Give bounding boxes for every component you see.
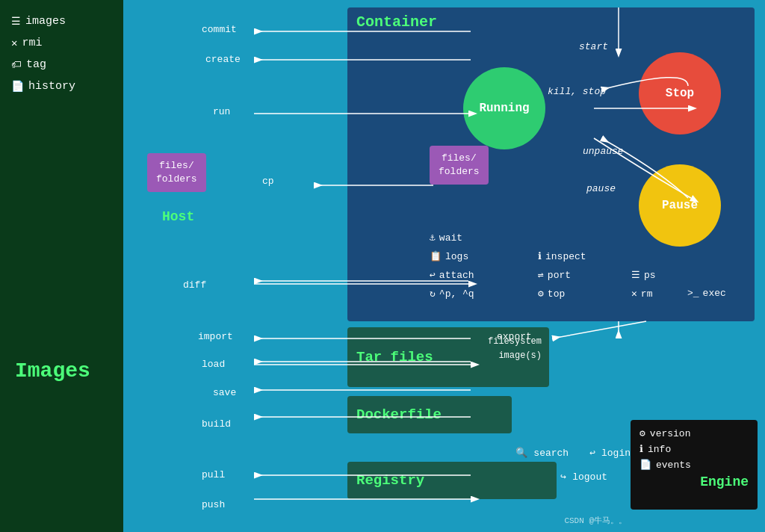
pull-label: pull — [202, 469, 225, 480]
sidebar-item-tag[interactable]: 🏷 tag — [11, 58, 46, 71]
build-label: build — [202, 418, 231, 430]
host-label: Host — [162, 209, 194, 224]
top-icon: ⚙ — [538, 288, 544, 300]
watermark: CSDN @牛马。。 — [564, 515, 627, 526]
sidebar-item-history[interactable]: 📄 history — [11, 80, 75, 93]
search-icon: 🔍 — [515, 444, 527, 463]
wait-label: ⚓ wait — [430, 232, 462, 244]
sidebar-section-label: Images — [15, 359, 90, 383]
host-files-box: files/ folders — [147, 153, 206, 192]
files-box-container: files/ folders — [430, 146, 489, 185]
exec-icon: >_ — [687, 288, 699, 299]
rotate-icon: ↻ — [430, 288, 436, 300]
sidebar-item-rmi[interactable]: ✕ rmi — [11, 37, 42, 49]
info-icon: ℹ — [538, 250, 542, 262]
container-box: Container Running Stop Pause start kill,… — [347, 7, 755, 321]
import-label: import — [198, 331, 233, 342]
attach-icon: ↩ — [430, 269, 436, 281]
gear-icon: ⚙ — [639, 427, 645, 439]
save-label: save — [213, 387, 236, 398]
x-icon: ✕ — [11, 37, 17, 49]
logs-icon: 📋 — [430, 250, 442, 262]
login-icon: ↩ — [589, 444, 595, 463]
doc-icon: 📄 — [11, 80, 24, 93]
list-icon: ☰ — [11, 15, 21, 28]
sidebar: ☰ images ✕ rmi 🏷 tag 📄 history Images — [0, 0, 123, 532]
registry-title: Registry — [356, 472, 424, 489]
pause-circle: Pause — [639, 164, 721, 247]
logs-label: 📋 logs — [430, 250, 468, 262]
pause-keys-label: ↻ ^p, ^q — [430, 288, 474, 300]
container-title: Container — [356, 13, 437, 31]
pause-label: pause — [586, 183, 616, 194]
dockerfile-box: Dockerfile — [347, 396, 512, 433]
kill-stop-label: kill, stop — [548, 86, 606, 97]
attach-label: ↩ attach — [430, 269, 474, 281]
port-icon: ⇌ — [538, 269, 544, 281]
svg-line-14 — [552, 321, 646, 338]
tar-title: Tar files — [356, 349, 433, 365]
load-label: load — [202, 359, 225, 370]
push-label: push — [202, 499, 225, 510]
sidebar-item-images[interactable]: ☰ images — [11, 15, 66, 28]
logout-icon: ↪ — [560, 468, 566, 487]
cp-label: cp — [262, 176, 274, 187]
ps-icon: ☰ — [631, 269, 640, 281]
unpause-label: unpause — [583, 146, 624, 157]
info-icon2: ℹ — [639, 443, 643, 455]
engine-title: Engine — [639, 474, 749, 489]
engine-events-item: 📄 events — [639, 459, 749, 471]
rm-icon: ✕ — [631, 288, 637, 300]
export-label: export — [497, 331, 532, 342]
ps-label: ☰ ps — [631, 269, 656, 281]
inspect-label: ℹ inspect — [538, 250, 586, 262]
registry-commands: 🔍 search ↩ login ↪ logout — [515, 444, 631, 487]
running-circle: Running — [463, 67, 545, 149]
start-label: start — [579, 41, 608, 52]
port-label: ⇌ port — [538, 269, 571, 281]
engine-info-item: ℹ info — [639, 443, 749, 455]
top-label: ⚙ top — [538, 288, 565, 300]
dockerfile-title: Dockerfile — [356, 406, 442, 423]
events-icon: 📄 — [639, 459, 651, 471]
engine-box: ⚙ version ℹ info 📄 events Engine — [631, 420, 758, 510]
exec-label: >_ exec — [687, 288, 726, 299]
engine-version-item: ⚙ version — [639, 427, 749, 439]
main-area: Container Running Stop Pause start kill,… — [123, 0, 765, 532]
anchor-icon: ⚓ — [430, 232, 436, 244]
rm-label: ✕ rm — [631, 288, 652, 300]
commit-label: commit — [202, 24, 237, 35]
create-label: create — [205, 54, 241, 65]
diff-label: diff — [183, 279, 206, 291]
stop-circle: Stop — [639, 52, 721, 134]
run-label: run — [213, 106, 230, 117]
tag-icon: 🏷 — [11, 59, 22, 71]
